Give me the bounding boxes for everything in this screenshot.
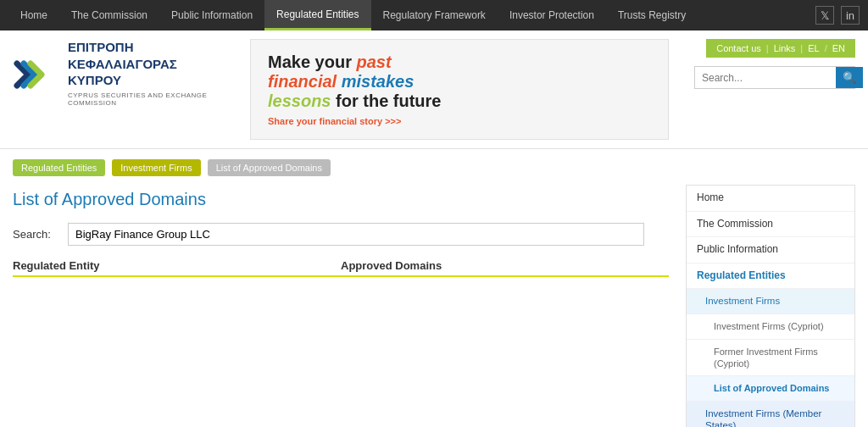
breadcrumb-area: Regulated Entities Investment Firms List… [0,149,868,176]
top-navigation: Home The Commission Public Information R… [0,0,868,30]
nav-commission[interactable]: The Commission [59,0,159,30]
entity-search-input[interactable] [68,223,644,246]
banner-box: Make your past financial mistakes lesson… [250,39,669,140]
banner-line3: lessons for the future [268,92,651,111]
nav-trusts-registry[interactable]: Trusts Registry [606,0,698,30]
en-language[interactable]: EN [832,43,845,53]
el-language[interactable]: EL [808,43,819,53]
top-links-bar: Contact us | Links | EL / EN [706,39,855,58]
nav-items: Home The Commission Public Information R… [8,0,815,30]
banner-line1: Make your past [268,53,651,72]
header-search-bar: 🔍 [694,66,855,89]
divider2: | [800,43,803,53]
social-links: 𝕏 in [815,6,860,25]
links-link[interactable]: Links [774,43,796,53]
logo-icon [13,45,59,100]
table-header: Regulated Entity Approved Domains [13,259,669,277]
nav-regulatory-framework[interactable]: Regulatory Framework [371,0,498,30]
sidebar-public-info[interactable]: Public Information [687,237,854,263]
header-search-input[interactable] [695,68,836,88]
col-domains-header: Approved Domains [341,259,669,272]
sidebar-investment-firms-cypriot[interactable]: Investment Firms (Cypriot) [687,314,854,339]
sidebar-commission[interactable]: The Commission [687,212,854,238]
sidebar: Home The Commission Public Information R… [686,185,855,427]
logo-greek-text: ΕΠΙΤΡΟΠΗ ΚΕΦΑΛΑΙΑΓΟΡΑΣ ΚΥΠΡΟΥ [68,39,233,89]
contact-us-link[interactable]: Contact us [716,43,761,53]
search-label: Search: [13,228,59,241]
sidebar-list-approved-domains[interactable]: List of Approved Domains [687,376,854,401]
col-entity-header: Regulated Entity [13,259,341,272]
twitter-icon[interactable]: 𝕏 [815,6,834,25]
breadcrumb-regulated-entities[interactable]: Regulated Entities [13,159,105,176]
header-right: Contact us | Links | EL / EN 🔍 [686,39,855,89]
header-search-button[interactable]: 🔍 [836,67,863,88]
sidebar-home[interactable]: Home [687,186,854,212]
sidebar-investment-firms[interactable]: Investment Firms [687,289,854,314]
nav-regulated-entities[interactable]: Regulated Entities [264,0,370,30]
banner-area: Make your past financial mistakes lesson… [250,39,669,140]
sidebar-regulated-entities[interactable]: Regulated Entities [687,263,854,290]
breadcrumb-investment-firms[interactable]: Investment Firms [112,159,200,176]
breadcrumb-list-approved[interactable]: List of Approved Domains [208,159,331,176]
nav-public-info[interactable]: Public Information [159,0,264,30]
content-area: List of Approved Domains Search: Regulat… [13,185,669,427]
banner-line4: Share your financial story >>> [268,116,651,126]
linkedin-icon[interactable]: in [841,6,860,25]
sidebar-investment-firms-member[interactable]: Investment Firms (Member States) [687,402,854,428]
logo-english-text: CYPRUS SECURITIES AND EXCHANGE COMMISSIO… [68,92,233,107]
page-title: List of Approved Domains [13,190,669,209]
nav-home[interactable]: Home [8,0,59,30]
nav-investor-protection[interactable]: Investor Protection [498,0,606,30]
divider1: | [766,43,769,53]
search-row: Search: [13,223,669,246]
logo-text: ΕΠΙΤΡΟΠΗ ΚΕΦΑΛΑΙΑΓΟΡΑΣ ΚΥΠΡΟΥ CYPRUS SEC… [68,39,233,107]
divider3: / [825,43,827,53]
main-area: List of Approved Domains Search: Regulat… [0,176,868,427]
header: ΕΠΙΤΡΟΠΗ ΚΕΦΑΛΑΙΑΓΟΡΑΣ ΚΥΠΡΟΥ CYPRUS SEC… [0,30,868,149]
sidebar-former-investment-firms[interactable]: Former Investment Firms (Cypriot) [687,340,854,377]
logo-area: ΕΠΙΤΡΟΠΗ ΚΕΦΑΛΑΙΑΓΟΡΑΣ ΚΥΠΡΟΥ CYPRUS SEC… [13,39,233,107]
banner-line2: financial mistakes [268,72,651,92]
